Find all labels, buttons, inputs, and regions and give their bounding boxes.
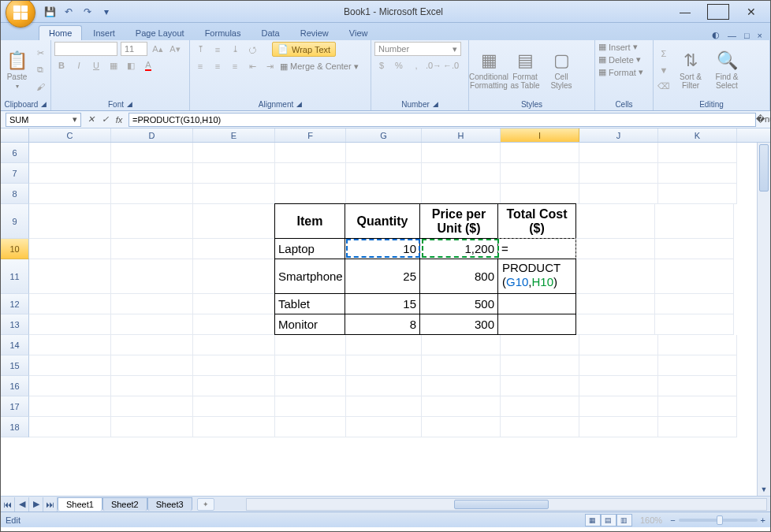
clear-icon[interactable]: ⌫ <box>657 80 671 94</box>
font-color-icon[interactable]: A <box>141 58 155 73</box>
format-as-table-button[interactable]: ▤Format as Table <box>508 50 542 90</box>
cell-K11[interactable] <box>655 259 734 294</box>
cell-G18[interactable] <box>346 417 422 437</box>
view-pagebreak-icon[interactable]: ▥ <box>616 514 632 526</box>
sheet-tab-3[interactable]: Sheet3 <box>147 497 192 511</box>
cell-C11[interactable] <box>29 259 111 294</box>
fill-color-icon[interactable]: ◧ <box>124 58 138 73</box>
formula-bar-input[interactable]: =PRODUCT(G10,H10) <box>128 113 756 127</box>
cell-J14[interactable] <box>579 335 658 355</box>
align-bottom-icon[interactable]: ⤓ <box>228 43 242 57</box>
close-button[interactable]: ✕ <box>740 4 762 20</box>
cell-I9[interactable]: Total Cost ($) <box>497 203 576 239</box>
font-launcher-icon[interactable]: ◢ <box>127 100 132 108</box>
col-header-e[interactable]: E <box>193 128 275 142</box>
cell-F12[interactable]: Tablet <box>274 293 345 314</box>
cell-H13[interactable]: 300 <box>419 314 498 335</box>
cell-I18[interactable] <box>501 417 579 437</box>
cell-H16[interactable] <box>422 376 501 396</box>
cell-H8[interactable] <box>422 184 501 204</box>
cell-E14[interactable] <box>193 335 275 355</box>
cell-G7[interactable] <box>346 163 422 184</box>
insert-cells-button[interactable]: ▦ Insert ▾ <box>598 42 638 52</box>
row-header-8[interactable]: 8 <box>1 184 29 204</box>
ribbon-restore-icon[interactable]: □ <box>744 31 750 40</box>
cell-C14[interactable] <box>29 335 111 355</box>
cell-H6[interactable] <box>422 143 501 163</box>
cell-C7[interactable] <box>29 163 111 184</box>
view-normal-icon[interactable]: ▦ <box>585 514 601 526</box>
cell-K15[interactable] <box>658 355 737 376</box>
cell-G17[interactable] <box>346 396 422 417</box>
horizontal-scrollbar[interactable] <box>246 498 767 511</box>
cell-I16[interactable] <box>501 376 579 396</box>
tab-insert[interactable]: Insert <box>84 26 125 40</box>
ribbon-close-icon[interactable]: × <box>758 31 762 40</box>
number-format-combo[interactable]: Number▾ <box>374 42 461 56</box>
cell-K18[interactable] <box>658 417 737 437</box>
cell-C12[interactable] <box>29 294 111 314</box>
cell-J16[interactable] <box>579 376 658 396</box>
cell-D8[interactable] <box>111 184 193 204</box>
tab-home[interactable]: Home <box>39 25 82 40</box>
cell-D14[interactable] <box>111 335 193 355</box>
save-icon[interactable]: 💾 <box>43 6 56 18</box>
tab-page-layout[interactable]: Page Layout <box>126 26 194 40</box>
view-layout-icon[interactable]: ▤ <box>601 514 616 526</box>
number-launcher-icon[interactable]: ◢ <box>433 100 438 108</box>
cell-E11[interactable] <box>193 259 275 294</box>
cell-E9[interactable] <box>193 204 275 239</box>
help-icon[interactable]: ◐ <box>712 30 720 40</box>
format-cells-button[interactable]: ▦ Format ▾ <box>598 67 643 77</box>
cell-C10[interactable] <box>29 239 111 259</box>
cell-C17[interactable] <box>29 396 111 417</box>
align-top-icon[interactable]: ⤒ <box>193 43 207 57</box>
cell-D17[interactable] <box>111 396 193 417</box>
row-header-16[interactable]: 16 <box>1 376 29 396</box>
cell-H14[interactable] <box>422 335 501 355</box>
sheet-nav-next-icon[interactable]: ▶ <box>29 497 43 512</box>
row-header-17[interactable]: 17 <box>1 396 29 417</box>
cell-I10[interactable]: = <box>497 238 576 259</box>
cell-F18[interactable] <box>275 417 346 437</box>
tab-data[interactable]: Data <box>251 26 289 40</box>
cell-D13[interactable] <box>111 314 193 335</box>
row-header-18[interactable]: 18 <box>1 417 29 437</box>
cell-J6[interactable] <box>579 143 658 163</box>
select-all-corner[interactable] <box>1 128 29 142</box>
expand-formula-bar-icon[interactable]: �número <box>756 114 770 125</box>
fx-icon[interactable]: fx <box>113 113 125 126</box>
currency-icon[interactable]: $ <box>374 58 389 73</box>
cell-H15[interactable] <box>422 355 501 376</box>
cell-H10[interactable]: 1,200 <box>419 238 498 259</box>
cell-D16[interactable] <box>111 376 193 396</box>
wrap-text-button[interactable]: 📄 Wrap Text <box>272 42 336 57</box>
cell-H7[interactable] <box>422 163 501 184</box>
italic-icon[interactable]: I <box>72 58 86 73</box>
cell-E7[interactable] <box>193 163 275 184</box>
cell-C13[interactable] <box>29 314 111 335</box>
cell-G16[interactable] <box>346 376 422 396</box>
tab-formulas[interactable]: Formulas <box>196 26 251 40</box>
cell-F17[interactable] <box>275 396 346 417</box>
cell-J17[interactable] <box>579 396 658 417</box>
cell-K13[interactable] <box>655 314 734 335</box>
cell-C8[interactable] <box>29 184 111 204</box>
cell-G12[interactable]: 15 <box>345 293 420 314</box>
qat-dropdown-icon[interactable]: ▾ <box>100 6 113 18</box>
clipboard-launcher-icon[interactable]: ◢ <box>41 100 47 108</box>
cell-F8[interactable] <box>275 184 346 204</box>
scroll-down-icon[interactable]: ▼ <box>758 483 770 496</box>
col-header-j[interactable]: J <box>579 128 658 142</box>
cell-J9[interactable] <box>576 204 655 239</box>
delete-cells-button[interactable]: ▦ Delete ▾ <box>598 54 641 65</box>
zoom-in-icon[interactable]: + <box>761 515 765 525</box>
cell-K10[interactable] <box>655 239 734 259</box>
col-header-f[interactable]: F <box>275 128 346 142</box>
row-header-6[interactable]: 6 <box>1 143 29 163</box>
cell-E12[interactable] <box>193 294 275 314</box>
cell-C18[interactable] <box>29 417 111 437</box>
cell-F15[interactable] <box>275 355 346 376</box>
cell-H12[interactable]: 500 <box>419 293 498 314</box>
shrink-font-icon[interactable]: A▾ <box>168 42 182 56</box>
